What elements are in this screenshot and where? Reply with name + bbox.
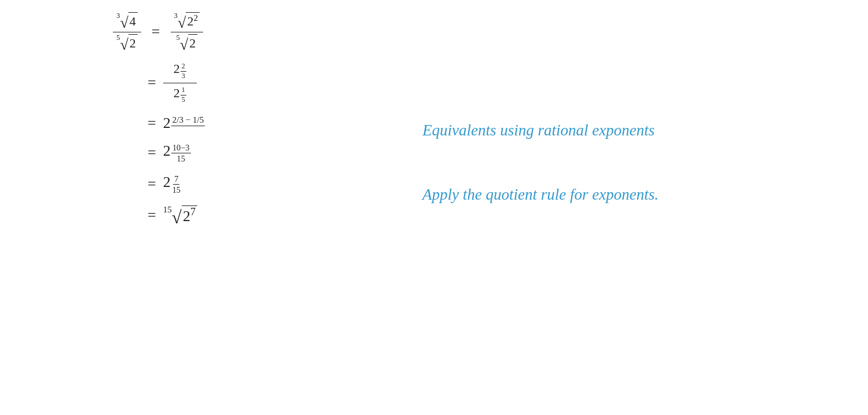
eq3: = bbox=[148, 115, 156, 132]
quotient-rule-result: 2 2/3 − 1/5 bbox=[163, 115, 205, 132]
rhs-fraction: 3 √ 22 5 √ 2 bbox=[171, 12, 204, 52]
row-5: = 2 7 15 bbox=[113, 174, 205, 194]
annotations-container: Equivalents using rational exponents App… bbox=[422, 122, 659, 204]
row-4: = 2 10−3 15 bbox=[113, 142, 205, 163]
5rt-2-rhs: 5 √ 2 bbox=[176, 34, 197, 52]
eq4: = bbox=[148, 144, 156, 161]
cbrt-4: 3 √ 4 bbox=[116, 12, 138, 30]
lhs-fraction: 3 √ 4 5 √ 2 bbox=[113, 12, 141, 52]
eq5: = bbox=[148, 175, 156, 193]
annotation-rational: Equivalents using rational exponents bbox=[422, 122, 659, 139]
math-block: 3 √ 4 5 √ 2 = 3 bbox=[113, 12, 205, 228]
step-10-3-15: 2 10−3 15 bbox=[163, 142, 191, 163]
row-6: = 15 √ 27 bbox=[113, 205, 205, 226]
rational-frac: 223 215 bbox=[163, 60, 197, 105]
cbrt-2sq: 3 √ 22 bbox=[174, 12, 200, 30]
row-3: = 2 2/3 − 1/5 bbox=[113, 115, 205, 132]
eq6: = bbox=[148, 207, 156, 224]
5rt-2-lhs: 5 √ 2 bbox=[116, 34, 138, 52]
eq2: = bbox=[148, 74, 156, 91]
15th-root-2-7: 15 √ 27 bbox=[163, 205, 197, 226]
step-7-15: 2 7 15 bbox=[163, 174, 182, 194]
row-2: = 223 215 bbox=[113, 60, 205, 105]
eq1: = bbox=[152, 23, 160, 41]
math-display: 3 √ 4 5 √ 2 = 3 bbox=[0, 0, 868, 415]
annotation-quotient: Apply the quotient rule for exponents. bbox=[422, 186, 659, 204]
row-1: 3 √ 4 5 √ 2 = 3 bbox=[113, 12, 205, 52]
